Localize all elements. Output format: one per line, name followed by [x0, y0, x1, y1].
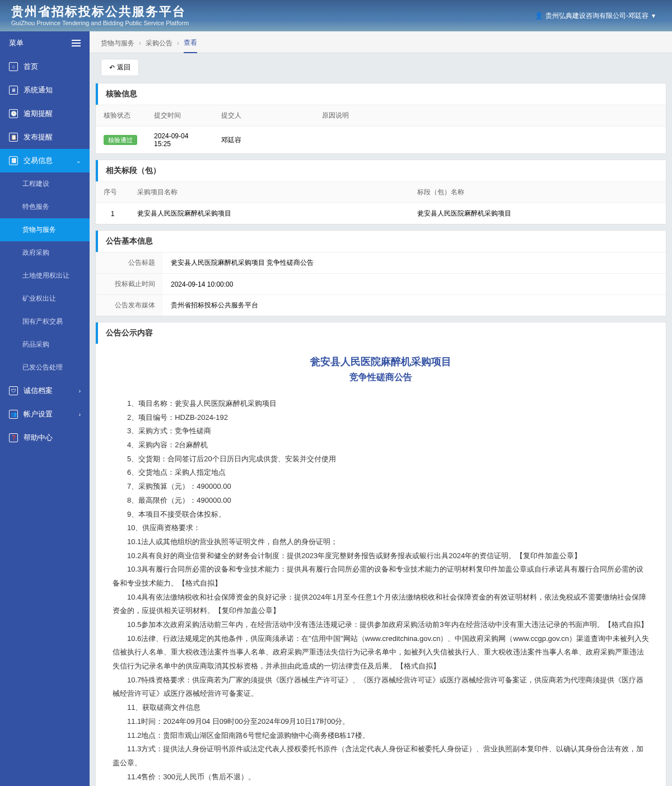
menu-label: 菜单	[9, 38, 24, 48]
cell-submitter: 邓廷容	[213, 127, 314, 154]
notice-line: 11.4售价：300元人民币（售后不退）。	[113, 770, 649, 784]
app-subtitle: GuiZhou Province Tendering and Bidding P…	[11, 20, 189, 27]
sidebar-header: 菜单	[0, 31, 90, 55]
col-lot: 标段（包）名称	[409, 182, 666, 203]
sidebar-item[interactable]: ⌂首页	[0, 55, 90, 78]
notice-line: 11、获取磋商文件信息	[113, 701, 649, 715]
sidebar-subitem[interactable]: 工程建设	[0, 172, 90, 195]
nav-icon: 🛡	[9, 386, 18, 395]
sidebar-item[interactable]: 📋发布提醒	[0, 125, 90, 149]
notice-line: 4、采购内容：2台麻醉机	[113, 438, 649, 452]
verify-table: 核验状态 提交时间 提交人 原因说明 核验通过 2024-09-04 15:25…	[96, 105, 666, 153]
chevron-right-icon: ›	[79, 388, 81, 394]
notice-line: 3、采购方式：竞争性磋商	[113, 424, 649, 438]
notice-line: 10.4具有依法缴纳税收和社会保障资金的良好记录：提供2024年1月至今任意1个…	[113, 591, 649, 618]
breadcrumb-item[interactable]: 采购公告	[146, 39, 172, 48]
notice-line: 10、供应商资格要求：	[113, 521, 649, 535]
notice-line: 11.5账户信息	[113, 784, 649, 786]
col-reason: 原因说明	[314, 105, 666, 127]
panel-title: 公告基本信息	[96, 231, 666, 252]
field-value: 贵州省招标投标公共服务平台	[163, 295, 666, 316]
cell-submit-time: 2024-09-04 15:25	[146, 127, 213, 154]
notice-line: 5、交货期：合同签订后20个日历日内完成供货、安装并交付使用	[113, 452, 649, 466]
col-submitter: 提交人	[213, 105, 314, 127]
field-label: 投标截止时间	[96, 274, 163, 295]
notice-line: 2、项目编号：HDZB-2024-192	[113, 411, 649, 425]
sidebar: 菜单 ⌂首页🖥系统通知🕒逾期提醒📋发布提醒🧾交易信息⌄ 工程建设特色服务货物与服…	[0, 31, 90, 786]
notice-line: 9、本项目不接受联合体投标。	[113, 508, 649, 522]
col-project: 采购项目名称	[129, 182, 409, 203]
notice-line: 10.1法人或其他组织的营业执照等证明文件，自然人的身份证明；	[113, 535, 649, 549]
panel-title: 相关标段（包）	[96, 160, 666, 181]
notice-line: 10.2具有良好的商业信誉和健全的财务会计制度：提供2023年度完整财务报告或财…	[113, 549, 649, 563]
notice-body: 瓮安县人民医院麻醉机采购项目 竞争性磋商公告 1、项目名称：瓮安县人民医院麻醉机…	[96, 344, 666, 786]
notice-line: 11.3方式：提供法人身份证明书原件或法定代表人授权委托书原件（含法定代表人身份…	[113, 742, 649, 770]
field-label: 公告标题	[96, 252, 163, 274]
sidebar-item[interactable]: 🕒逾期提醒	[0, 102, 90, 125]
verify-panel: 核验信息 核验状态 提交时间 提交人 原因说明 核验通过 2024-09-04 …	[95, 83, 666, 154]
sidebar-subitem[interactable]: 已发公告处理	[0, 356, 90, 379]
sidebar-subitem[interactable]: 政府采购	[0, 241, 90, 264]
sidebar-subitem[interactable]: 土地使用权出让	[0, 264, 90, 287]
panel-title: 公告公示内容	[96, 322, 666, 344]
sidebar-item[interactable]: 🛡诚信档案›	[0, 379, 90, 403]
back-button[interactable]: 返回	[101, 59, 139, 76]
chevron-right-icon: ›	[139, 39, 141, 47]
nav-icon: 🖥	[9, 86, 18, 95]
notice-line: 6、交货地点：采购人指定地点	[113, 466, 649, 480]
sidebar-subitem[interactable]: 矿业权出让	[0, 287, 90, 310]
form-row: 公告发布媒体贵州省招标投标公共服务平台	[96, 295, 666, 316]
chevron-right-icon: ›	[177, 39, 179, 47]
notice-line: 1、项目名称：瓮安县人民医院麻醉机采购项目	[113, 397, 649, 411]
breadcrumb-current: 查看	[184, 38, 197, 53]
notice-line: 11.2地点：贵阳市观山湖区金阳南路6号世纪金源购物中心商务楼B栋17楼。	[113, 729, 649, 743]
status-badge: 核验通过	[104, 135, 137, 145]
user-label: 贵州弘典建设咨询有限公司-邓廷容	[545, 11, 648, 21]
notice-title: 瓮安县人民医院麻醉机采购项目	[113, 355, 649, 368]
col-no: 序号	[96, 182, 129, 203]
notice-line: 10.7特殊资格要求：供应商若为厂家的须提供《医疗器械生产许可证》、《医疗器械经…	[113, 673, 649, 701]
breadcrumb: 货物与服务 › 采购公告 › 查看	[90, 31, 672, 53]
breadcrumb-item[interactable]: 货物与服务	[101, 39, 134, 48]
app-title: 贵州省招标投标公共服务平台	[11, 4, 189, 19]
cell-project: 瓮安县人民医院麻醉机采购项目	[129, 203, 409, 224]
nav-icon: 👥	[9, 410, 18, 419]
notice-line: 10.3具有履行合同所必需的设备和专业技术能力：提供具有履行合同所必需的设备和专…	[113, 563, 649, 590]
sidebar-subitem[interactable]: 国有产权交易	[0, 310, 90, 333]
nav-icon: ⌂	[9, 62, 18, 71]
app-header: 贵州省招标投标公共服务平台 GuiZhou Province Tendering…	[0, 0, 672, 31]
sidebar-subitem[interactable]: 特色服务	[0, 195, 90, 218]
notice-line: 10.5参加本次政府采购活动前三年内，在经营活动中没有违法违规记录：提供参加政府…	[113, 618, 649, 632]
lots-panel: 相关标段（包） 序号 采购项目名称 标段（包）名称 1 瓮安县人民医院麻醉机采购…	[95, 160, 666, 224]
basic-form: 公告标题瓮安县人民医院麻醉机采购项目 竞争性磋商公告投标截止时间2024-09-…	[96, 252, 666, 316]
panel-title: 核验信息	[96, 83, 666, 105]
col-status: 核验状态	[96, 105, 146, 127]
content-area: 货物与服务 › 采购公告 › 查看 返回 核验信息 核验状态 提交时间 提交人 …	[90, 31, 672, 786]
chevron-down-icon: ⌄	[76, 158, 81, 164]
hamburger-icon[interactable]	[72, 40, 81, 46]
sidebar-item[interactable]: 🧾交易信息⌄	[0, 149, 90, 172]
sidebar-item[interactable]: 🖥系统通知	[0, 78, 90, 102]
content-panel: 公告公示内容 瓮安县人民医院麻醉机采购项目 竞争性磋商公告 1、项目名称：瓮安县…	[95, 322, 666, 786]
cell-no: 1	[96, 203, 129, 224]
table-row: 核验通过 2024-09-04 15:25 邓廷容	[96, 127, 666, 154]
notice-line: 10.6法律、行政法规规定的其他条件，供应商须承诺：在"信用中国"网站（www.…	[113, 632, 649, 673]
nav-icon: 🧾	[9, 156, 18, 165]
sidebar-item[interactable]: 👥帐户设置›	[0, 403, 90, 426]
nav-icon: ❓	[9, 433, 18, 442]
sidebar-subitem[interactable]: 货物与服务	[0, 218, 90, 241]
field-value: 2024-09-14 10:00:00	[163, 274, 666, 295]
field-value: 瓮安县人民医院麻醉机采购项目 竞争性磋商公告	[163, 252, 666, 274]
sidebar-item[interactable]: ❓帮助中心	[0, 426, 90, 450]
table-row: 1 瓮安县人民医院麻醉机采购项目 瓮安县人民医院麻醉机采购项目	[96, 203, 666, 224]
notice-line: 8、最高限价（元）：490000.00	[113, 494, 649, 508]
nav-icon: 🕒	[9, 109, 18, 118]
notice-text: 1、项目名称：瓮安县人民医院麻醉机采购项目2、项目编号：HDZB-2024-19…	[113, 397, 649, 786]
col-submit-time: 提交时间	[146, 105, 213, 127]
nav-icon: 📋	[9, 133, 18, 142]
chevron-right-icon: ›	[79, 411, 81, 418]
form-row: 公告标题瓮安县人民医院麻醉机采购项目 竞争性磋商公告	[96, 252, 666, 274]
cell-lot: 瓮安县人民医院麻醉机采购项目	[409, 203, 666, 224]
sidebar-subitem[interactable]: 药品采购	[0, 333, 90, 356]
user-dropdown[interactable]: 贵州弘典建设咨询有限公司-邓廷容	[535, 11, 655, 21]
